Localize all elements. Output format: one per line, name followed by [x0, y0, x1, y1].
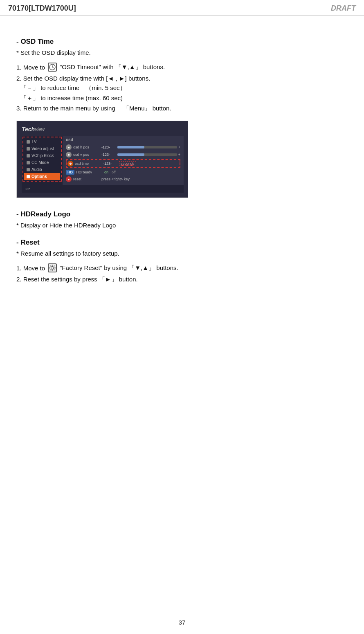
osd-hpos-bar-fill: [117, 146, 144, 148]
reduce-text: 「－」 to reduce time （min. 5 sec）: [20, 84, 126, 91]
hdready-section: - HDReady Logo * Display or Hide the HDR…: [16, 210, 348, 229]
increase-text: 「＋」 to increase time (max. 60 sec): [20, 94, 123, 101]
hd-badge: HD: [66, 170, 74, 175]
options-dot: [27, 175, 30, 178]
off-label: off: [112, 170, 116, 174]
svg-point-3: [51, 267, 54, 270]
osd-vpos-bar-container: +: [117, 153, 180, 157]
osd-time-seconds: seconds: [119, 161, 136, 166]
osd-time-bar-container: seconds: [119, 161, 179, 166]
left-item-options: Options: [24, 173, 60, 180]
osd-vpos-bar-fill: [117, 153, 144, 156]
tv-logo-view: view: [35, 126, 45, 132]
video-dot: [27, 147, 30, 151]
reset-label: reset: [73, 177, 100, 181]
left-item-tv: TV: [24, 138, 60, 145]
svg-rect-6: [49, 268, 50, 269]
osd-vpos-value: -123-: [101, 153, 116, 157]
clock-icon: [48, 63, 57, 72]
reset-icon: ●: [66, 176, 72, 182]
on-off-container: on off: [104, 170, 116, 174]
reset-subtitle: * Resume all settings to factory setup.: [16, 250, 348, 257]
osd-time-row: ⏰ osd time -123- seconds: [67, 161, 179, 166]
step1-prefix: 1. Move to: [16, 64, 45, 71]
bottom-bar: %z: [22, 185, 184, 193]
left-item-cc: CC Mode: [24, 159, 60, 166]
left-item-tv-label: TV: [31, 139, 37, 144]
audio-dot: [27, 168, 30, 171]
osd-step1: 1. Move to "OSD Timeout" with 「▼,▲」 butt…: [16, 63, 348, 72]
osd-header-label: osd: [66, 137, 180, 142]
tv-logo-row: Tech view: [22, 126, 184, 133]
osd-vpos-icon: ■: [66, 152, 72, 157]
osd-time-value: -123-: [103, 162, 117, 166]
reset-row: ● reset press <right> key: [66, 176, 180, 182]
svg-rect-8: [50, 265, 52, 267]
svg-rect-5: [52, 270, 53, 271]
step1-text: "OSD Timeout" with 「▼,▲」 buttons.: [60, 63, 165, 71]
reset-step1-prefix: 1. Move to: [16, 265, 45, 272]
menu-panel: TV Video adjust VChip Block CC Mode: [22, 136, 184, 185]
left-item-video-label: Video adjust: [31, 146, 54, 151]
osd-time-highlighted-row: ⏰ osd time -123- seconds: [66, 159, 180, 168]
page-footer: 37: [179, 619, 186, 626]
osd-time-icon: ⏰: [67, 161, 73, 166]
svg-rect-10: [50, 269, 52, 271]
tv-screen: Tech view TV Video adjust: [17, 121, 188, 198]
left-menu: TV Video adjust VChip Block CC Mode: [22, 136, 63, 185]
osd-hpos-bar-container: +: [117, 145, 180, 149]
header-title-right: DRAFT: [331, 4, 356, 13]
main-content: - OSD Time * Set the OSD display time. 1…: [0, 16, 364, 306]
reset-step2: 2. Reset the settings by press 「►」 butto…: [16, 276, 348, 283]
svg-rect-9: [54, 265, 55, 267]
screenshot-container: Tech view TV Video adjust: [16, 121, 188, 198]
svg-line-2: [52, 67, 54, 68]
osd-vpos-row: ■ osd v pos -123- +: [66, 152, 180, 157]
left-item-audio-label: Audio: [31, 167, 42, 172]
reset-step1: 1. Move to "Factory Reset" by using 「▼,▲…: [16, 263, 348, 272]
page-number: 37: [179, 619, 186, 626]
reset-section: - Reset * Resume all settings to factory…: [16, 238, 348, 283]
hd-ready-row: HD HDReady on off: [66, 170, 180, 175]
cc-dot: [27, 161, 30, 164]
hdready-title: - HDReady Logo: [16, 210, 348, 218]
on-label: on: [104, 170, 108, 174]
svg-rect-7: [54, 268, 56, 269]
left-menu-dashed: TV Video adjust VChip Block CC Mode: [22, 137, 62, 182]
right-menu: osd ■ osd h pos -123- +: [63, 136, 184, 185]
hd-ready-label: HDReady: [76, 170, 103, 174]
reset-title: - Reset: [16, 238, 348, 247]
vchip-dot: [27, 154, 30, 157]
reset-step2-text: 2. Reset the settings by press 「►」 butto…: [16, 276, 138, 283]
osd-time-title: - OSD Time: [16, 38, 348, 46]
osd-hpos-value: -123-: [101, 145, 116, 149]
osd-step3: 3. Return to the main menu by using 「Men…: [16, 105, 348, 112]
left-item-options-label: Options: [31, 174, 47, 179]
left-item-vchip-label: VChip Block: [31, 153, 54, 158]
osd-time-subtitle: * Set the OSD display time.: [16, 49, 348, 56]
step3-text: 3. Return to the main menu by using 「Men…: [16, 105, 171, 112]
osd-time-label: osd time: [75, 162, 101, 166]
osd-hpos-plus: +: [178, 145, 180, 149]
reset-press-key: press <right> key: [101, 177, 130, 181]
osd-vpos-plus: +: [178, 153, 180, 157]
reset-step1-text: "Factory Reset" by using 「▼,▲」 buttons.: [60, 264, 178, 272]
left-item-audio: Audio: [24, 166, 60, 173]
osd-reduce-line: 「－」 to reduce time （min. 5 sec）: [16, 84, 348, 92]
osd-vpos-label: osd v pos: [73, 153, 100, 157]
osd-increase-line: 「＋」 to increase time (max. 60 sec): [16, 94, 348, 102]
osd-vpos-bar: [117, 153, 177, 156]
osd-hpos-row: ■ osd h pos -123- +: [66, 144, 180, 150]
osd-hpos-icon: ■: [66, 144, 72, 150]
bottom-text: %z: [25, 187, 30, 191]
osd-time-section: - OSD Time * Set the OSD display time. 1…: [16, 38, 348, 112]
osd-hpos-label: osd h pos: [73, 145, 100, 149]
tv-logo-tech: Tech: [22, 126, 35, 133]
left-item-cc-label: CC Mode: [31, 160, 49, 165]
svg-rect-11: [54, 269, 55, 271]
step2-text: 2. Set the OSD display time with [◄ , ►]…: [16, 75, 150, 82]
osd-step2: 2. Set the OSD display time with [◄ , ►]…: [16, 75, 348, 82]
osd-hpos-bar: [117, 146, 177, 148]
header-title-left: 70170[LTDW1700U]: [8, 4, 76, 13]
gear-icon: [48, 263, 57, 272]
